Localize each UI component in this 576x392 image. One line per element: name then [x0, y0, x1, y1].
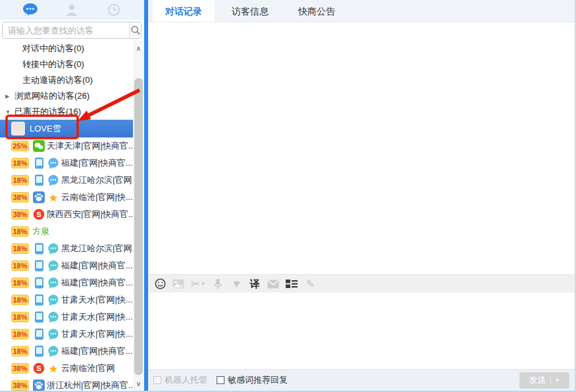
chat-bubble-icon[interactable] — [20, 2, 40, 18]
tree-child-row[interactable]: 主动邀请的访客(0) — [0, 72, 133, 88]
visitor-row[interactable]: 18%福建|官网|快商官... — [0, 155, 133, 172]
quick-reply-icon[interactable] — [286, 278, 298, 291]
collapse-arrow-icon[interactable]: ▼ — [5, 109, 14, 115]
sidebar-scrollbar[interactable]: ∧ ∨ — [133, 41, 144, 391]
message-input-area[interactable] — [148, 293, 575, 369]
row-label: 主动邀请的访客(0) — [22, 74, 93, 86]
star-icon: ★ — [47, 191, 60, 204]
sogou-icon: S — [32, 362, 45, 375]
tree-child-row[interactable]: 转接中的访客(0) — [0, 57, 133, 72]
mail-icon[interactable] — [267, 278, 279, 291]
row-label: 甘肃天水|官网|快... — [61, 294, 133, 306]
search-icon[interactable] — [129, 22, 141, 38]
send-options-caret-icon[interactable]: ▼ — [555, 378, 560, 383]
checkbox-box[interactable] — [153, 376, 161, 384]
expand-arrow-icon[interactable]: ▶ — [5, 93, 14, 99]
tab-chat-history[interactable]: 对话记录 — [153, 0, 215, 22]
footer-bar: 机器人托管 敏感词推荐回复 发送 ▼ — [148, 369, 575, 391]
visitor-row[interactable]: 38%S陕西西安|官网|快商官... — [0, 206, 133, 223]
visitor-row[interactable]: 18%福建|官网|快商官... — [0, 257, 133, 274]
visitor-row[interactable]: 18%黑龙江哈尔滨|官网... — [0, 240, 133, 257]
visitor-row[interactable]: 18%甘肃天水|官网|快... — [0, 291, 133, 308]
send-button[interactable]: 发送 ▼ — [519, 372, 569, 389]
message-toolbar: ✂▼♥译✎ — [148, 274, 575, 293]
mobile-icon — [32, 310, 45, 324]
tab-bar: 对话记录 访客信息 快商公告 — [148, 0, 575, 22]
baidu-paw-icon — [32, 191, 45, 204]
translate-icon[interactable]: 译 — [249, 278, 261, 291]
robot-hosting-checkbox[interactable]: 机器人托管 — [153, 374, 207, 386]
row-label: 福建|官网|快商官... — [61, 260, 133, 272]
match-percent-badge: 38% — [11, 380, 29, 391]
match-percent-badge: 18% — [11, 312, 29, 322]
match-percent-badge: 18% — [11, 295, 29, 305]
scrollbar-thumb[interactable] — [134, 78, 143, 375]
sensitive-words-checkbox[interactable]: 敏感词推荐回复 — [217, 374, 288, 386]
mobile-icon — [32, 328, 45, 341]
chat-bubble-teal-icon — [47, 259, 60, 272]
visitor-row[interactable]: 18%方泉 — [0, 223, 133, 240]
person-icon[interactable] — [62, 2, 82, 18]
send-button-divider — [550, 376, 551, 385]
svg-text:S: S — [36, 364, 41, 372]
chat-history-area[interactable] — [148, 22, 575, 274]
match-percent-badge: 18% — [11, 346, 29, 356]
visitor-row[interactable]: 38%浙江杭州|官网|快商官... — [0, 377, 133, 391]
pencil-icon[interactable]: ✎ — [304, 278, 316, 291]
visitor-sidebar: 对话中的访客(0)转接中的访客(0)主动邀请的访客(0)▶浏览网站的访客(26)… — [0, 0, 144, 391]
baidu-paw-icon — [32, 379, 45, 391]
visitor-row[interactable]: 18%黑龙江哈尔滨|官网... — [0, 172, 133, 189]
chat-bubble-teal-icon — [47, 310, 60, 324]
row-label: 天津天津|官网|快商官... — [47, 140, 133, 152]
visitor-row[interactable]: 18%甘肃天水|官网|快... — [0, 326, 133, 343]
tree-child-row[interactable]: 对话中的访客(0) — [0, 41, 133, 57]
match-percent-badge: 38% — [11, 209, 29, 220]
conversation-panel: 对话记录 访客信息 快商公告 ✂▼♥译✎ 机器人托管 敏感词推荐回复 发送 ▼ — [148, 0, 575, 391]
row-label: 已离开的访客(16) — [14, 106, 81, 118]
visitor-row[interactable]: 18%福建|官网|快商官... — [0, 343, 133, 360]
emoji-icon[interactable] — [154, 278, 166, 291]
match-percent-badge: 25% — [11, 141, 29, 151]
tab-visitor-info[interactable]: 访客信息 — [219, 0, 281, 22]
visitor-row[interactable]: 18%甘肃天水|官网|快... — [0, 308, 133, 326]
screenshot-scissors-icon[interactable]: ✂▼ — [191, 278, 205, 291]
visitor-row[interactable]: 38%S★云南临沧|官网 — [0, 360, 133, 377]
tree-group-row[interactable]: ▶浏览网站的访客(26) — [0, 88, 133, 104]
send-button-label: 发送 — [529, 374, 546, 386]
tab-announcements[interactable]: 快商公告 — [286, 0, 348, 22]
chat-bubble-teal-icon — [47, 345, 60, 358]
visitor-row[interactable]: LOVE雪 — [0, 120, 133, 137]
row-label: 浏览网站的访客(26) — [14, 90, 90, 102]
row-label: 方泉 — [32, 226, 49, 237]
image-icon[interactable] — [172, 278, 184, 291]
match-percent-badge: 38% — [11, 363, 29, 374]
chat-bubble-teal-icon — [47, 293, 60, 306]
mobile-icon — [32, 276, 45, 289]
scroll-up-icon[interactable]: ∧ — [133, 42, 144, 54]
clock-icon[interactable] — [104, 2, 124, 18]
checkbox-label: 机器人托管 — [165, 374, 207, 386]
microphone-icon[interactable] — [212, 278, 224, 291]
visitor-row[interactable]: 25%天津天津|官网|快商官... — [0, 137, 133, 155]
row-label: 甘肃天水|官网|快... — [61, 328, 133, 340]
visitor-row[interactable]: 18%福建|官网|快商官... — [0, 274, 133, 291]
tree-group-row[interactable]: ▼已离开的访客(16) — [0, 104, 133, 120]
mobile-icon — [32, 242, 45, 255]
search-bar — [0, 20, 144, 41]
row-label: 福建|官网|快商官... — [61, 277, 133, 289]
chat-bubble-teal-icon — [47, 276, 60, 289]
match-percent-badge: 18% — [11, 158, 29, 168]
row-label: 福建|官网|快商官... — [61, 157, 133, 169]
row-label: 对话中的访客(0) — [22, 43, 84, 55]
heart-icon[interactable]: ♥ — [230, 278, 242, 291]
row-label: 云南临沧|官网 — [61, 362, 115, 374]
search-input[interactable] — [3, 22, 129, 38]
dropdown-caret-icon[interactable]: ▼ — [200, 281, 205, 287]
match-percent-badge: 38% — [11, 192, 29, 203]
scroll-down-icon[interactable]: ∨ — [133, 378, 144, 389]
visitor-tree: 对话中的访客(0)转接中的访客(0)主动邀请的访客(0)▶浏览网站的访客(26)… — [0, 41, 133, 391]
chat-bubble-blue-icon — [47, 174, 60, 187]
mobile-icon — [32, 345, 45, 358]
visitor-row[interactable]: 38%★云南临沧|官网|快... — [0, 189, 133, 206]
checkbox-box[interactable] — [217, 376, 224, 384]
